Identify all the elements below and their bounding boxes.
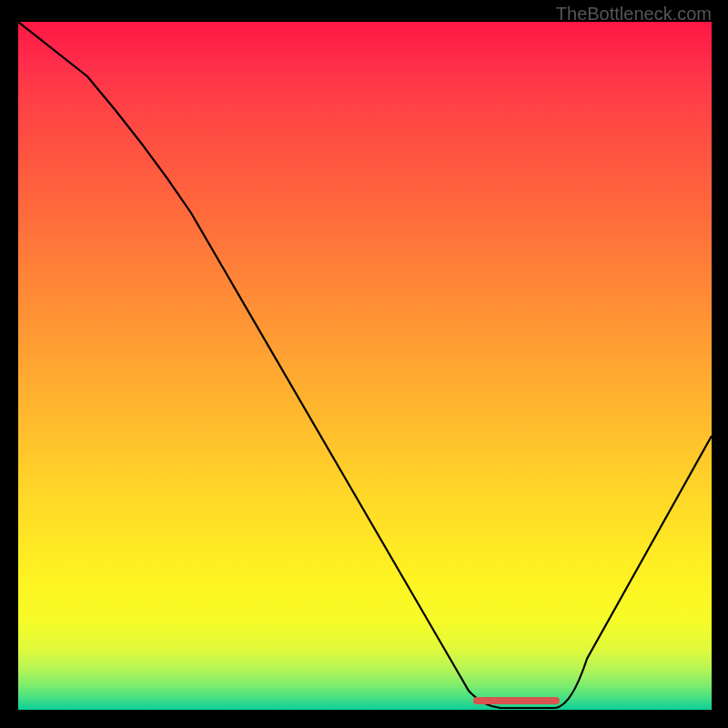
curve-layer: [18, 22, 712, 710]
watermark-text: TheBottleneck.com: [556, 4, 712, 25]
bottleneck-curve: [18, 22, 712, 708]
minimum-marker: [473, 697, 560, 704]
plot-area: [18, 22, 712, 710]
